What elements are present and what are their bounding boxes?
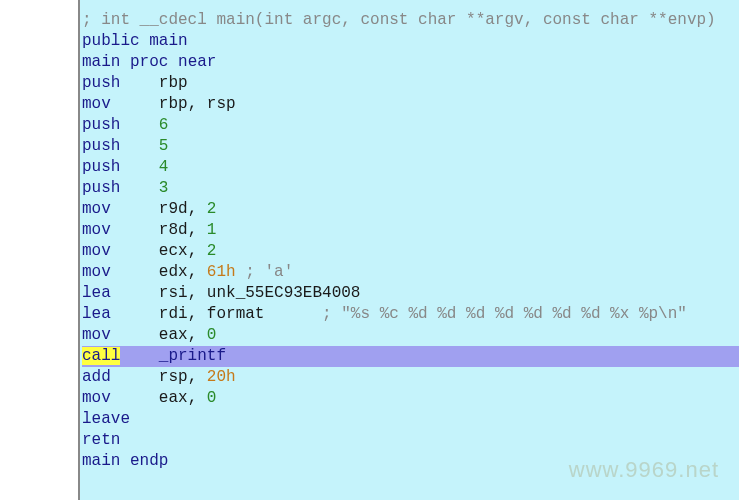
public-decl: public main: [82, 31, 739, 52]
instruction-line[interactable]: push 5: [82, 136, 739, 157]
signature-comment: ; int __cdecl main(int argc, const char …: [82, 10, 739, 31]
instruction-line[interactable]: push 4: [82, 157, 739, 178]
instruction-line[interactable]: push 3: [82, 178, 739, 199]
instruction-line[interactable]: mov eax, 0: [82, 388, 739, 409]
code-area[interactable]: ; int __cdecl main(int argc, const char …: [80, 0, 739, 500]
instruction-line[interactable]: leave: [82, 409, 739, 430]
instruction-line[interactable]: mov eax, 0: [82, 325, 739, 346]
instruction-line[interactable]: mov r8d, 1: [82, 220, 739, 241]
instruction-line[interactable]: add rsp, 20h: [82, 367, 739, 388]
instruction-list: push rbpmov rbp, rsppush 6push 5push 4pu…: [82, 73, 739, 451]
instruction-line[interactable]: mov r9d, 2: [82, 199, 739, 220]
instruction-line[interactable]: retn: [82, 430, 739, 451]
disassembly-view: ; int __cdecl main(int argc, const char …: [0, 0, 739, 500]
instruction-line[interactable]: lea rsi, unk_55EC93EB4008: [82, 283, 739, 304]
instruction-line[interactable]: mov ecx, 2: [82, 241, 739, 262]
instruction-line[interactable]: lea rdi, format ; "%s %c %d %d %d %d %d …: [82, 304, 739, 325]
proc-start: main proc near: [82, 52, 739, 73]
instruction-line[interactable]: push 6: [82, 115, 739, 136]
gutter: [0, 0, 80, 500]
instruction-line[interactable]: mov rbp, rsp: [82, 94, 739, 115]
proc-end: main endp: [82, 451, 739, 472]
instruction-line[interactable]: push rbp: [82, 73, 739, 94]
instruction-line[interactable]: call _printf: [82, 346, 739, 367]
instruction-line[interactable]: mov edx, 61h ; 'a': [82, 262, 739, 283]
